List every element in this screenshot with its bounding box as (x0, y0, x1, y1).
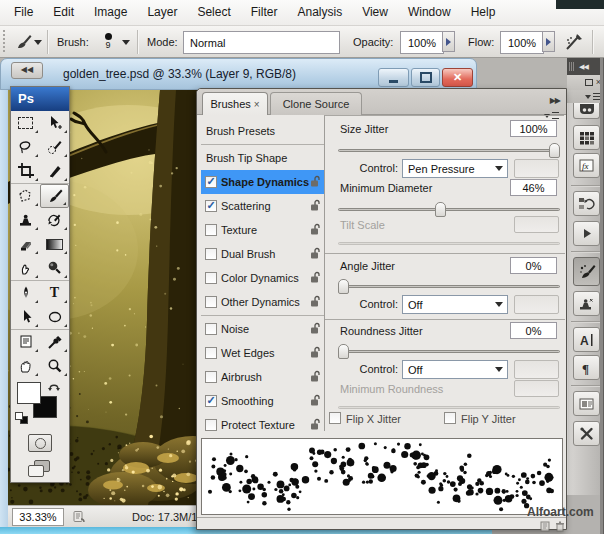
type-tool[interactable]: T (40, 281, 69, 305)
path-selection-tool[interactable] (11, 305, 40, 329)
list-item-brush-presets[interactable]: Brush Presets (201, 119, 324, 143)
restore-icon[interactable] (585, 79, 593, 86)
menu-layer[interactable]: Layer (137, 0, 187, 25)
flip-y-checkbox[interactable]: ✓ (444, 412, 456, 424)
close-button[interactable]: ✕ (442, 68, 473, 87)
dock-character-icon[interactable]: A (573, 327, 600, 352)
dock-tool-presets-icon[interactable] (573, 421, 600, 446)
delete-brush-icon[interactable] (554, 521, 566, 532)
dock-history-icon[interactable] (573, 191, 600, 216)
hand-tool[interactable] (11, 354, 40, 378)
document-title-bar[interactable]: ◀◀ golden_tree.psd @ 33.3% (Layer 9, RGB… (0, 58, 477, 90)
eyedropper-tool[interactable] (40, 330, 69, 354)
size-jitter-slider[interactable] (338, 143, 560, 158)
maximize-button[interactable] (411, 68, 440, 87)
tab-close-icon[interactable]: × (254, 99, 260, 110)
flow-arrow-button[interactable] (542, 31, 555, 52)
checkbox[interactable]: ✓ (205, 272, 217, 284)
tab-brushes[interactable]: Brushes× (202, 92, 268, 115)
lock-icon[interactable] (310, 346, 321, 358)
list-item-shape-dynamics[interactable]: ✓Shape Dynamics (201, 170, 324, 194)
options-grip[interactable] (3, 30, 9, 52)
tab-clone-source[interactable]: Clone Source (270, 92, 362, 115)
slider-thumb[interactable] (338, 344, 349, 359)
swap-colors-icon[interactable] (47, 380, 63, 392)
checkbox[interactable]: ✓ (205, 371, 217, 383)
slider-thumb[interactable] (435, 202, 446, 217)
pen-tool[interactable] (11, 281, 40, 305)
mode-dropdown[interactable]: Normal (183, 31, 340, 54)
lock-icon[interactable] (310, 370, 321, 382)
status-page-icon[interactable] (72, 510, 86, 524)
lock-icon[interactable] (310, 322, 321, 334)
dock-color-icon[interactable] (573, 103, 600, 119)
brush-tool[interactable] (40, 184, 69, 208)
opacity-input[interactable]: 100% (400, 31, 444, 54)
lasso-tool[interactable] (11, 135, 40, 159)
tool-preset-dropdown-icon[interactable] (34, 40, 42, 45)
rectangular-marquee-tool[interactable] (11, 111, 40, 135)
expand-panel-icon[interactable]: ▶▶ (550, 96, 560, 105)
brush-dropdown-icon[interactable] (122, 40, 130, 45)
lock-icon[interactable] (310, 418, 321, 430)
list-item-color-dynamics[interactable]: ✓Color Dynamics (201, 266, 324, 290)
foreground-color-swatch[interactable] (17, 382, 41, 404)
list-item-scattering[interactable]: ✓Scattering (201, 194, 324, 218)
lock-icon[interactable] (310, 199, 321, 211)
clone-stamp-tool[interactable] (11, 208, 40, 232)
collapse-dock-icon[interactable]: ◀◀ (579, 63, 588, 71)
slice-tool[interactable] (40, 159, 69, 183)
menu-file[interactable]: File (4, 0, 43, 25)
menu-image[interactable]: Image (84, 0, 137, 25)
shape-tool[interactable] (40, 305, 69, 329)
zoom-level-input[interactable]: 33.33% (12, 508, 64, 526)
lock-icon[interactable] (310, 175, 321, 187)
quick-mask-button[interactable] (28, 434, 52, 452)
checkbox[interactable]: ✓ (205, 200, 217, 212)
lock-icon[interactable] (310, 271, 321, 283)
menu-view[interactable]: View (352, 0, 398, 25)
checkbox[interactable]: ✓ (205, 224, 217, 236)
angle-jitter-input[interactable]: 0% (510, 257, 557, 274)
minimize-button[interactable] (378, 68, 409, 87)
new-brush-icon[interactable] (539, 521, 551, 532)
slider-thumb[interactable] (549, 143, 560, 158)
checkbox[interactable]: ✓ (205, 248, 217, 260)
list-item-brush-tip-shape[interactable]: Brush Tip Shape (201, 146, 324, 170)
dodge-tool[interactable] (40, 256, 69, 280)
checkbox[interactable]: ✓ (205, 296, 217, 308)
lock-icon[interactable] (310, 394, 321, 406)
default-colors-icon[interactable] (15, 412, 29, 425)
flow-input[interactable]: 100% (500, 31, 544, 54)
quick-selection-tool[interactable] (40, 135, 69, 159)
minimum-diameter-input[interactable]: 46% (510, 179, 557, 196)
dock-header[interactable]: ◀◀ (567, 58, 604, 75)
list-item-wet-edges[interactable]: ✓Wet Edges (201, 341, 324, 365)
opacity-arrow-button[interactable] (442, 31, 455, 52)
eraser-tool[interactable] (11, 232, 40, 256)
move-tool[interactable] (40, 111, 69, 135)
brush-preview-chip[interactable]: 9 (98, 29, 118, 55)
lock-icon[interactable] (310, 295, 321, 307)
checkbox[interactable]: ✓ (205, 176, 217, 188)
checkbox[interactable]: ✓ (205, 419, 217, 431)
angle-control-dropdown[interactable]: Off (402, 295, 508, 314)
slider-thumb[interactable] (338, 279, 349, 294)
spot-healing-tool[interactable] (11, 184, 40, 208)
list-item-noise[interactable]: ✓Noise (201, 317, 324, 341)
size-control-dropdown[interactable]: Pen Pressure (402, 159, 508, 178)
checkbox[interactable]: ✓ (205, 347, 217, 359)
smudge-tool[interactable] (11, 256, 40, 280)
dock-actions-icon[interactable] (573, 221, 600, 246)
flip-x-checkbox[interactable]: ✓ (329, 412, 341, 424)
gradient-tool[interactable] (40, 232, 69, 256)
menu-analysis[interactable]: Analysis (287, 0, 352, 25)
checkbox[interactable]: ✓ (205, 323, 217, 335)
list-item-airbrush[interactable]: ✓Airbrush (201, 365, 324, 389)
checkbox[interactable]: ✓ (205, 395, 217, 407)
menu-window[interactable]: Window (398, 0, 461, 25)
collapse-dock-button[interactable]: ◀◀ (11, 62, 43, 79)
angle-jitter-slider[interactable] (338, 279, 560, 294)
dock-layer-comps-icon[interactable] (573, 391, 600, 416)
list-item-dual-brush[interactable]: ✓Dual Brush (201, 242, 324, 266)
